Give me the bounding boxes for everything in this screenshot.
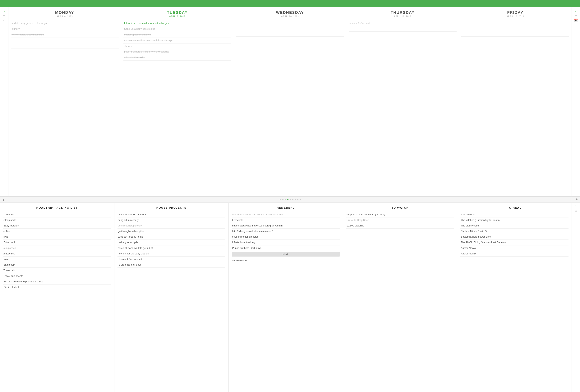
task-item-0-5[interactable] [11, 48, 119, 54]
page-dot-3[interactable] [287, 199, 289, 200]
list-item-4-7[interactable]: Author Novak [460, 251, 569, 257]
list-item-1-0[interactable]: make mobile for Z's room [118, 212, 226, 217]
task-item-4-2[interactable] [461, 31, 569, 37]
task-item-1-2[interactable]: doctor appointment @ 3 [124, 32, 231, 38]
list-item-0-9[interactable]: Bath soap [3, 262, 111, 268]
list-item-1-7[interactable]: new bin for old baby clothes [118, 251, 226, 257]
list-item-4-1[interactable]: The witches (Russian fighter pilots) [460, 217, 569, 223]
divider-bar: ▲ + [0, 197, 580, 203]
add-list-button[interactable]: + [576, 197, 578, 202]
task-item-0-0[interactable]: update baby gear recs for megan [11, 20, 119, 26]
list-header-0: ROADTRIP PACKING LIST [0, 203, 114, 211]
page-dot-7[interactable] [297, 199, 298, 200]
calendar-icon[interactable]: 📅 [574, 18, 578, 22]
day-date-0: APRIL 8, 2019 [8, 15, 121, 17]
list-column-3: TO WATCHProphet's prey- amy berg (direct… [343, 203, 457, 392]
task-item-0-1[interactable]: laundry [11, 26, 119, 32]
page-dot-5[interactable] [292, 199, 293, 200]
list-item-2-6[interactable]: Punch brothers- dark days [232, 246, 340, 251]
task-item-2-3[interactable] [236, 37, 344, 42]
task-item-3-0[interactable]: administrative tasks [349, 20, 456, 26]
list-item-0-4[interactable]: iPad [3, 234, 111, 240]
list-item-0-2[interactable]: Baby ibprofein [3, 223, 111, 229]
list-item-0-6[interactable]: sunglasses [3, 246, 111, 251]
list-item-4-3[interactable]: Earth in Mind - David Orr [460, 229, 569, 234]
home-button[interactable]: ⌂ [3, 18, 5, 22]
next-week-button[interactable]: › [575, 8, 577, 13]
prev-week-button[interactable]: ‹ [3, 8, 5, 13]
task-item-2-0[interactable] [236, 20, 344, 26]
list-item-0-10[interactable]: Travel crib [3, 268, 111, 273]
task-item-1-3[interactable]: update student loan account info in Mint… [124, 38, 231, 43]
task-item-1-0[interactable]: Infant insert for stroller to send to Me… [124, 20, 231, 26]
list-item-1-5[interactable]: make goodwill pile [118, 240, 226, 245]
day-tasks-0: update baby gear recs for meganlaundryre… [8, 19, 121, 196]
list-item-2-1[interactable]: Freecycle [232, 217, 340, 223]
list-item-1-3[interactable]: go through clothes piles [118, 229, 226, 234]
task-item-2-1[interactable] [236, 26, 344, 31]
list-item-2-2[interactable]: https://depts.washington.edu/sprogram/ad… [232, 223, 340, 229]
prev-week-small-button[interactable]: ‹‹ [3, 13, 5, 17]
list-item-1-8[interactable]: clean out Zoe's closet [118, 257, 226, 262]
day-header-0: MONDAYAPRIL 8, 2019 [8, 7, 121, 19]
task-item-0-2[interactable]: refine Natalie's business card [11, 32, 119, 38]
list-item-3-0[interactable]: Prophet's prey- amy berg (director) [346, 212, 454, 217]
list-item-4-6[interactable]: Author Novak [460, 246, 569, 251]
list-items-0: Zoe bookSleep sackBaby ibprofeincoffeeiP… [0, 211, 114, 392]
list-item-3-2[interactable]: 19.800 baseline [346, 223, 454, 229]
list-item-2-4[interactable]: environmental job servs [232, 234, 340, 240]
list-item-2-5[interactable]: infinite lunar tracking [232, 240, 340, 245]
page-dot-1[interactable] [282, 199, 284, 200]
list-item-1-1[interactable]: hang art in nursery [118, 217, 226, 223]
list-item-4-4[interactable]: Satsop nuclear power plant [460, 234, 569, 240]
list-item-1-2[interactable]: go through paperwork [118, 223, 226, 229]
list-item-2-0[interactable]: Ask Dad about WP-Bakery on BonnDems site [232, 212, 340, 217]
list-item-2-3[interactable]: http://whenyouworkatamuseum.com/ [232, 229, 340, 234]
lists-next-small-button[interactable]: ›› [575, 209, 577, 213]
task-item-3-1[interactable] [349, 26, 456, 32]
list-item-4-5[interactable]: The All-Girl Filling Station's Last Reun… [460, 240, 569, 245]
list-item-1-6[interactable]: shred all paperwork to get rid of [118, 246, 226, 251]
collapse-button[interactable]: ▲ [2, 198, 5, 201]
day-date-3: APRIL 11, 2019 [346, 15, 459, 17]
task-item-2-2[interactable] [236, 31, 344, 37]
lists-next-button[interactable]: › [575, 204, 577, 208]
day-tasks-2 [234, 19, 346, 196]
task-item-1-7[interactable] [124, 61, 231, 66]
list-item-0-1[interactable]: Sleep sack [3, 217, 111, 223]
calendar-section: ‹ ‹‹ ⌂ MONDAYAPRIL 8, 2019update baby ge… [0, 7, 580, 197]
list-item-0-7[interactable]: plastic bag [3, 251, 111, 257]
list-item-0-8[interactable]: water [3, 257, 111, 262]
page-dot-2[interactable] [285, 199, 286, 200]
task-item-1-4[interactable]: shower [124, 43, 231, 49]
day-date-1: APRIL 9, 2019 [121, 15, 234, 17]
page-dot-6[interactable] [294, 199, 296, 200]
page-dot-8[interactable] [299, 199, 301, 200]
list-item-0-0[interactable]: Zoe book [3, 212, 111, 217]
list-item-0-3[interactable]: coffee [3, 229, 111, 234]
page-dot-4[interactable] [290, 199, 291, 200]
task-item-4-0[interactable] [461, 20, 569, 26]
list-item-0-11[interactable]: Travel crib sheets [3, 273, 111, 279]
task-item-0-4[interactable] [11, 43, 119, 48]
task-item-3-2[interactable] [349, 32, 456, 37]
task-item-0-3[interactable] [11, 38, 119, 43]
list-item-4-0[interactable]: A whale hunt [460, 212, 569, 217]
list-item-1-4[interactable]: suss out thredup items [118, 234, 226, 240]
list-item-1-9[interactable]: re-organize hall closet [118, 262, 226, 268]
task-item-4-1[interactable] [461, 26, 569, 31]
next-week-small-button[interactable]: ›› [575, 13, 577, 17]
main-container: ‹ ‹‹ ⌂ MONDAYAPRIL 8, 2019update baby ge… [0, 7, 580, 392]
list-item-2-8[interactable]: stevie wonder [232, 258, 340, 263]
list-item-0-12[interactable]: Set of silverware to prepare Z's food. [3, 279, 111, 284]
task-item-1-6[interactable]: administrtive tasks [124, 55, 231, 61]
list-item-0-13[interactable]: Picnic blanket [3, 284, 111, 290]
task-item-1-1[interactable]: Send Lara baby cake recipe [124, 26, 231, 32]
list-item-3-1[interactable]: RuPaul's Drag Race [346, 217, 454, 223]
page-dot-0[interactable] [280, 199, 281, 200]
list-item-0-5[interactable]: Extra outfit [3, 240, 111, 245]
task-item-1-5[interactable]: put in Sephora gift card to check balanc… [124, 49, 231, 55]
day-name-0: MONDAY [8, 10, 121, 15]
list-item-4-2[interactable]: The glass castle [460, 223, 569, 229]
list-column-0: ROADTRIP PACKING LISTZoe bookSleep sackB… [0, 203, 115, 392]
